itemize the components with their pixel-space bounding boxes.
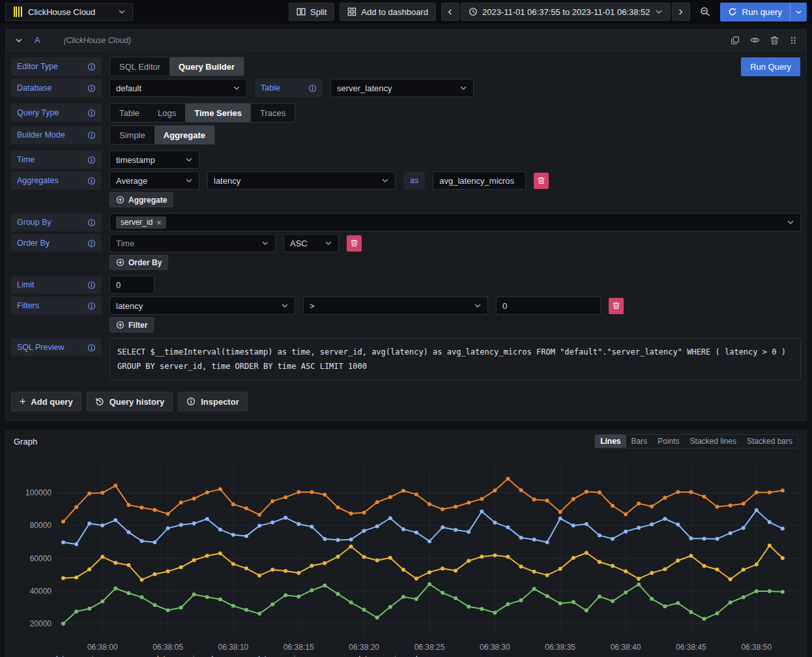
refresh-icon bbox=[728, 7, 737, 16]
remove-filter-trash-icon[interactable] bbox=[609, 298, 624, 314]
legend-item-avg_latency_micros-c[interactable]: avg_latency_micros c bbox=[227, 654, 316, 657]
time-range-picker[interactable]: 2023-11-01 06:37:55 to 2023-11-01 06:38:… bbox=[461, 3, 671, 21]
info-icon[interactable] bbox=[308, 84, 317, 93]
chevron-down-icon bbox=[185, 177, 193, 184]
order-by-direction-select[interactable]: ASC bbox=[283, 234, 339, 252]
chevron-down-icon bbox=[474, 302, 482, 310]
aggregate-alias-input[interactable] bbox=[433, 171, 526, 190]
run-query-dropdown-caret[interactable] bbox=[790, 3, 807, 22]
time-shift-forward-button[interactable] bbox=[672, 3, 690, 21]
chevron-down-icon bbox=[281, 302, 289, 310]
remove-chip-icon[interactable]: × bbox=[156, 218, 162, 227]
editor-type-switch-option-sql-editor[interactable]: SQL Editor bbox=[110, 57, 169, 76]
graph-style-switch-option-bars[interactable]: Bars bbox=[626, 435, 653, 448]
inspector-button[interactable]: Inspector bbox=[178, 392, 248, 411]
info-icon[interactable] bbox=[87, 177, 96, 185]
info-icon[interactable] bbox=[87, 156, 96, 164]
info-icon[interactable] bbox=[87, 218, 96, 227]
chevron-down-icon bbox=[118, 8, 126, 16]
info-icon[interactable] bbox=[87, 131, 96, 139]
graph-style-switch-option-stacked-lines[interactable]: Stacked lines bbox=[685, 435, 742, 448]
filter-value-input[interactable] bbox=[496, 297, 601, 315]
plus-circle-icon bbox=[116, 258, 124, 267]
datasource-picker[interactable]: ClickHouse Cloud bbox=[5, 3, 133, 21]
add-to-dashboard-button[interactable]: Add to dashboard bbox=[340, 3, 436, 21]
time-range-text: 2023-11-01 06:37:55 to 2023-11-01 06:38:… bbox=[482, 7, 650, 17]
run-query-button[interactable]: Run query bbox=[720, 3, 790, 22]
as-keyword-chip: as bbox=[403, 171, 425, 190]
svg-text:06:38:35: 06:38:35 bbox=[545, 643, 575, 652]
filter-field-select[interactable]: latency bbox=[109, 297, 295, 315]
query-row-header[interactable]: A (ClickHouse Cloud) bbox=[6, 29, 806, 51]
graph-style-switch-option-lines[interactable]: Lines bbox=[595, 435, 626, 448]
split-icon bbox=[297, 7, 306, 16]
info-icon[interactable] bbox=[87, 109, 96, 117]
add-order-by-button[interactable]: Order By bbox=[109, 255, 168, 270]
info-icon[interactable] bbox=[87, 239, 96, 248]
info-icon[interactable] bbox=[87, 302, 96, 310]
hide-query-eye-icon[interactable] bbox=[750, 35, 760, 45]
info-circle-icon bbox=[186, 397, 196, 406]
graph-panel-title: Graph bbox=[14, 437, 37, 446]
legend-label: avg_latency_micros b bbox=[140, 654, 216, 657]
editor-type-switch: SQL EditorQuery Builder bbox=[109, 57, 244, 76]
remove-aggregate-trash-icon[interactable] bbox=[534, 173, 549, 189]
chevron-down-icon bbox=[325, 239, 332, 247]
builder-mode-switch-option-simple[interactable]: Simple bbox=[110, 126, 154, 144]
y-axis-labels: 20000400006000080000100000 bbox=[25, 489, 51, 629]
table-select[interactable]: server_latency bbox=[330, 79, 474, 97]
timeseries-chart[interactable]: 2000040000600008000010000006:38:0006:38:… bbox=[6, 452, 806, 656]
query-builder-form: Run Query Editor Type SQL EditorQuery Bu… bbox=[6, 51, 806, 384]
info-icon[interactable] bbox=[87, 281, 96, 289]
legend-item-avg_latency_micros-b[interactable]: avg_latency_micros b bbox=[126, 654, 216, 657]
svg-text:60000: 60000 bbox=[30, 554, 52, 563]
info-icon[interactable] bbox=[87, 84, 96, 93]
drag-handle-grip-icon[interactable] bbox=[789, 36, 797, 45]
time-shift-back-button[interactable] bbox=[441, 3, 459, 21]
time-column-select[interactable]: timestamp bbox=[109, 151, 199, 169]
svg-text:06:38:15: 06:38:15 bbox=[283, 643, 314, 652]
split-button[interactable]: Split bbox=[289, 3, 334, 21]
add-query-button[interactable]: + Add query bbox=[11, 392, 81, 411]
chevron-down-icon bbox=[185, 156, 193, 164]
builder-mode-switch-option-aggregate[interactable]: Aggregate bbox=[154, 126, 214, 144]
time-column-label: Time bbox=[11, 151, 102, 169]
order-by-field-select[interactable]: Time bbox=[109, 234, 276, 252]
add-filter-button[interactable]: Filter bbox=[109, 317, 154, 332]
query-type-switch-option-table[interactable]: Table bbox=[110, 104, 149, 122]
database-select[interactable]: default bbox=[109, 79, 247, 97]
graph-style-switch-option-points[interactable]: Points bbox=[652, 435, 684, 448]
group-by-multiselect[interactable]: server_id × bbox=[109, 213, 801, 231]
query-history-button[interactable]: Query history bbox=[87, 392, 173, 411]
legend-label: avg_latency_micros d bbox=[342, 654, 418, 657]
query-type-switch-option-traces[interactable]: Traces bbox=[251, 104, 295, 122]
query-ref-id: A bbox=[35, 35, 40, 45]
query-datasource-hint: (ClickHouse Cloud) bbox=[64, 36, 131, 45]
delete-query-trash-icon[interactable] bbox=[770, 36, 779, 45]
legend-item-avg_latency_micros-d[interactable]: avg_latency_micros d bbox=[328, 654, 418, 657]
aggregate-column-select[interactable]: latency bbox=[207, 171, 396, 190]
limit-input[interactable] bbox=[109, 276, 154, 294]
editor-run-query-button[interactable]: Run Query bbox=[741, 57, 800, 76]
group-by-label: Group By bbox=[11, 213, 102, 231]
query-type-switch-option-logs[interactable]: Logs bbox=[149, 104, 185, 122]
clock-icon bbox=[469, 7, 478, 16]
add-aggregate-button[interactable]: Aggregate bbox=[109, 192, 173, 207]
group-by-chip[interactable]: server_id × bbox=[116, 216, 166, 229]
duplicate-query-icon[interactable] bbox=[731, 36, 740, 45]
aggregates-label: Aggregates bbox=[11, 171, 102, 190]
query-type-switch-option-time-series[interactable]: Time Series bbox=[185, 104, 251, 122]
info-icon[interactable] bbox=[87, 63, 96, 71]
legend-item-avg_latency_micros-a[interactable]: avg_latency_micros a bbox=[25, 654, 115, 657]
chart-svg: 2000040000600008000010000006:38:0006:38:… bbox=[6, 452, 806, 654]
collapse-chevron-icon[interactable] bbox=[15, 36, 23, 44]
editor-type-switch-option-query-builder[interactable]: Query Builder bbox=[169, 57, 244, 76]
datasource-name: ClickHouse Cloud bbox=[28, 7, 113, 17]
svg-text:20000: 20000 bbox=[30, 619, 52, 628]
info-icon[interactable] bbox=[87, 343, 96, 352]
graph-style-switch-option-stacked-bars[interactable]: Stacked bars bbox=[742, 435, 798, 448]
zoom-out-icon[interactable] bbox=[695, 3, 715, 21]
aggregate-function-select[interactable]: Average bbox=[109, 171, 199, 190]
remove-order-by-trash-icon[interactable] bbox=[347, 235, 362, 252]
filter-operator-select[interactable]: > bbox=[303, 297, 488, 315]
